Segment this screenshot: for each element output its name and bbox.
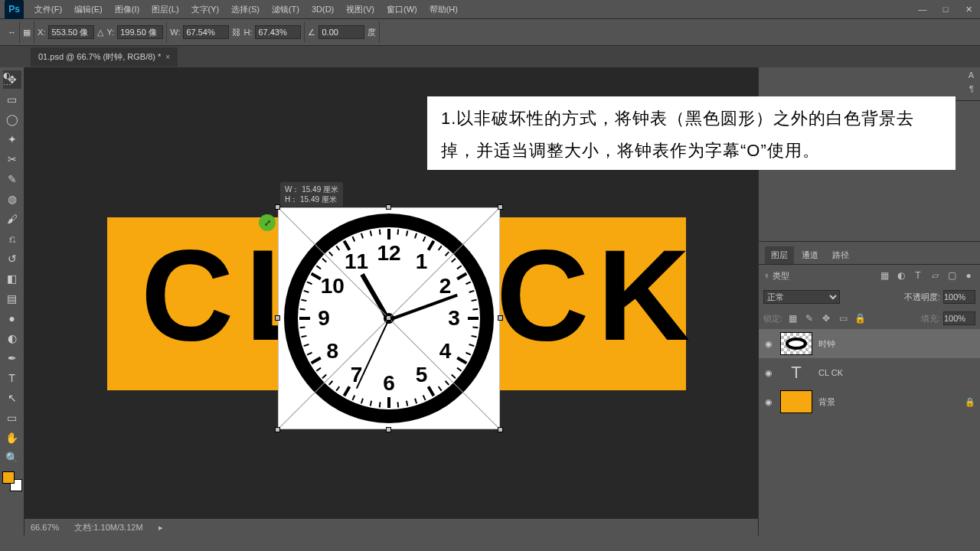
stamp-tool[interactable]: ⎌ [3,230,21,248]
visibility-icon[interactable]: ◉ [763,339,774,349]
close-button[interactable]: ✕ [957,2,980,17]
crop-tool[interactable]: ✂ [3,150,21,168]
tab-paths[interactable]: 路径 [826,246,855,264]
type-layer-icon: T [780,361,812,384]
handle-l[interactable] [275,315,280,321]
fg-color-icon[interactable] [2,471,15,484]
kind-label: 类型 [773,270,789,282]
character-icon[interactable]: A [969,70,974,80]
lock-pos-icon[interactable]: ✥ [819,311,833,325]
letter-c2: C [496,231,589,360]
dim-w: W： 15.49 厘米 [285,184,338,194]
filter-pixel-icon[interactable]: ▦ [877,269,891,282]
menu-file[interactable]: 文件(F) [28,1,68,18]
filter-toggle-icon[interactable]: ● [962,269,975,282]
path-select-tool[interactable]: ↖ [3,389,21,407]
x-input[interactable] [48,25,94,39]
lasso-tool[interactable]: ◯ [3,110,21,129]
max-button[interactable]: □ [934,2,957,17]
handle-tl[interactable] [275,204,280,210]
visibility-icon[interactable]: ◉ [763,397,774,407]
marquee-tool[interactable]: ▭ [3,90,21,109]
layer-row-clock[interactable]: ◉ 时钟 [759,329,980,358]
handle-bl[interactable] [275,427,280,432]
paragraph-icon[interactable]: ¶ [969,84,974,93]
menu-window[interactable]: 窗口(W) [381,1,423,18]
eraser-tool[interactable]: ◧ [3,269,21,288]
filter-shape-icon[interactable]: ▱ [928,269,942,282]
ps-logo: Ps [5,0,24,19]
handle-center[interactable] [386,315,391,321]
filter-type-icon[interactable]: T [911,269,925,282]
handle-b[interactable] [386,427,391,432]
w-input[interactable] [183,25,229,39]
transform-icon: ↔ [8,28,16,37]
menu-edit[interactable]: 编辑(E) [68,1,109,18]
min-button[interactable]: — [911,2,934,17]
y-input[interactable] [117,25,163,39]
status-arrow-icon[interactable]: ▸ [158,523,163,533]
layer-name[interactable]: CL CK [818,368,843,377]
handle-t[interactable] [386,204,391,210]
link-icon[interactable]: ⛓ [232,28,240,37]
transform-bounding-box[interactable] [278,207,500,429]
layer-name[interactable]: 时钟 [818,338,835,350]
blur-tool[interactable]: ● [3,309,21,328]
hand-tool[interactable]: ✋ [3,429,21,447]
handle-tr[interactable] [498,204,503,210]
filter-adjust-icon[interactable]: ◐ [894,269,908,282]
pen-tool[interactable]: ✒ [3,349,21,367]
rotate-input[interactable] [318,25,364,39]
tab-close-icon[interactable]: × [165,53,170,61]
lock-nest-icon[interactable]: ▭ [836,311,850,325]
gradient-tool[interactable]: ▤ [3,289,21,308]
color-swatches[interactable] [2,471,22,491]
handle-br[interactable] [498,427,503,432]
menu-layer[interactable]: 图层(L) [145,1,185,18]
kind-filter-icon[interactable]: ♀ [763,271,769,280]
letter-k: K [597,231,690,360]
heal-tool[interactable]: ◍ [3,190,21,208]
y-label: Y: [106,28,114,37]
lock-all-icon[interactable]: 🔒 [853,311,867,325]
handle-r[interactable] [498,315,503,321]
visibility-icon[interactable]: ◉ [763,368,774,378]
zoom-value[interactable]: 66.67% [31,523,59,532]
x-label: X: [38,28,45,37]
lock-paint-icon[interactable]: ✎ [802,311,816,325]
blend-mode-select[interactable]: 正常 [763,290,840,304]
status-bar: 66.67% 文档:1.10M/3.12M ▸ [24,519,758,536]
menu-3d[interactable]: 3D(D) [305,2,340,17]
delta-icon[interactable]: △ [97,28,103,37]
reference-point-icon[interactable]: ▦ [23,28,31,37]
filter-smart-icon[interactable]: ▢ [945,269,959,282]
shape-tool[interactable]: ▭ [3,409,21,427]
quick-mask-icon[interactable]: ◐ ⋯ [3,70,21,90]
layer-row-text[interactable]: ◉ T CL CK [759,358,980,387]
wand-tool[interactable]: ✦ [3,130,21,148]
layer-name[interactable]: 背景 [818,396,835,408]
layer-thumb [780,332,812,355]
menu-help[interactable]: 帮助(H) [423,1,464,18]
document-tab[interactable]: 01.psd @ 66.7% (时钟, RGB/8) * × [31,47,178,67]
menu-type[interactable]: 文字(Y) [185,1,226,18]
layer-row-bg[interactable]: ◉ 背景 🔒 [759,387,980,416]
eyedropper-tool[interactable]: ✎ [3,170,21,188]
instruction-overlay: 1.以非破坏性的方式，将钟表（黑色圆形）之外的白色背景去掉，并适当调整大小，将钟… [427,96,956,170]
menu-image[interactable]: 图像(I) [109,1,145,18]
history-brush-tool[interactable]: ↺ [3,249,21,268]
fill-input[interactable] [943,311,975,325]
type-tool[interactable]: T [3,369,21,387]
opacity-input[interactable] [943,290,975,304]
h-input[interactable] [255,25,301,39]
menu-select[interactable]: 选择(S) [225,1,266,18]
lock-trans-icon[interactable]: ▦ [786,311,799,325]
tab-layers[interactable]: 图层 [765,246,794,264]
dodge-tool[interactable]: ◐ [3,329,21,347]
menu-filter[interactable]: 滤镜(T) [266,1,305,18]
fill-label: 填充: [921,313,940,324]
zoom-tool[interactable]: 🔍 [3,448,21,467]
menu-view[interactable]: 视图(V) [340,1,381,18]
brush-tool[interactable]: 🖌 [3,210,21,228]
tab-channels[interactable]: 通道 [795,246,825,264]
